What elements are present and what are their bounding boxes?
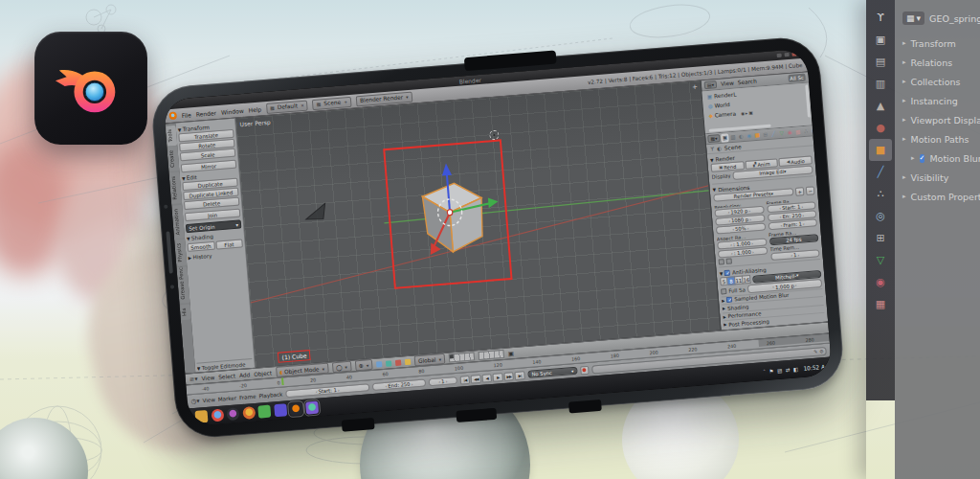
shading-dropdown[interactable]: ◯ (332, 361, 352, 374)
properties-tab-icon[interactable]: ◉ (786, 127, 793, 137)
timeline-menu-item[interactable]: Frame (239, 394, 256, 400)
editor-type-icon[interactable]: ▤▾ (704, 80, 718, 89)
playback-button[interactable]: ▶| (515, 371, 525, 380)
properties-tab-icon[interactable]: ⊞ (869, 227, 892, 249)
outliner-view-menu[interactable]: View (721, 80, 734, 87)
current-frame-playhead[interactable] (281, 376, 284, 385)
section-checkbox[interactable] (726, 297, 732, 303)
panel-section-row[interactable]: ▸ ✓ Relations (902, 53, 980, 72)
current-frame-field[interactable]: 1 (429, 376, 458, 387)
edit-icon[interactable]: ✎ (813, 349, 818, 354)
aa-sample-button[interactable]: 16 (743, 275, 751, 285)
playback-button[interactable]: ◀◀ (471, 374, 481, 383)
shelf-tab[interactable]: Create (167, 147, 179, 172)
properties-tab-icon[interactable]: ▥ (869, 73, 892, 95)
playback-button[interactable]: ◀ (481, 373, 492, 382)
layers-grid-right[interactable] (478, 350, 504, 360)
taskbar-app-icon[interactable] (305, 401, 319, 415)
properties-tab-icon[interactable]: ▦ (869, 293, 892, 315)
shelf-tab[interactable]: Physics (175, 240, 187, 267)
smooth-button[interactable]: Smooth (187, 241, 214, 252)
taskbar-app-icon[interactable] (226, 407, 239, 421)
screen-layout-selector[interactable]: Default (266, 100, 308, 113)
record-button[interactable] (580, 365, 590, 375)
editor-type-icon[interactable]: ◷▾ (190, 398, 200, 406)
default-cube[interactable] (386, 143, 509, 285)
properties-tab-icon[interactable]: ■ (753, 130, 761, 140)
tray-icon[interactable]: ◧ (793, 366, 799, 372)
properties-tab-icon[interactable]: ▤ (869, 51, 892, 73)
set-origin-dropdown[interactable]: Set Origin▾ (186, 219, 242, 233)
section-checkbox[interactable]: ✓ (920, 154, 925, 163)
panel-section-row[interactable]: ▸ ✓ Instancing (902, 91, 980, 110)
outliner-item-toggles[interactable]: ◉▸▣ (741, 110, 754, 116)
properties-tab-icon[interactable]: ╱ (869, 161, 892, 183)
playback-button[interactable]: |◀ (459, 375, 470, 384)
info-menu-item[interactable]: Render (195, 109, 216, 118)
manipulator-icon[interactable] (376, 361, 382, 367)
panel-section-row[interactable]: ▸ ✓ Viewport Display (902, 110, 980, 129)
properties-tab-icon[interactable]: ▣ (721, 133, 728, 143)
lock-icon[interactable]: ▣ (507, 350, 514, 357)
info-menu-item[interactable]: File (181, 111, 191, 119)
shelf-tab[interactable]: His (181, 304, 191, 320)
scene-selector[interactable]: Scene (312, 96, 351, 109)
manipulator-icon[interactable] (386, 360, 391, 366)
blender-menu-icon[interactable] (168, 111, 177, 120)
viewport-menu-item[interactable]: Add (239, 372, 251, 378)
taskbar-app-icon[interactable] (211, 409, 224, 422)
pivot-dropdown[interactable]: ⊕ (354, 359, 372, 371)
taskbar-app-icon[interactable] (257, 405, 271, 419)
flat-button[interactable]: Flat (215, 239, 243, 249)
taskbar-app-icon[interactable] (242, 406, 256, 420)
properties-tab-icon[interactable]: ▽ (778, 128, 786, 138)
maximize-icon[interactable] (785, 53, 790, 57)
viewport-menu-item[interactable]: View (201, 375, 214, 381)
properties-tab-icon[interactable]: ■ (869, 139, 892, 161)
timeline-menu-item[interactable]: Playback (258, 392, 282, 399)
panel-section-row[interactable]: ▸ ✓ Collections (902, 72, 980, 91)
camera-object[interactable] (303, 201, 330, 222)
editor-type-icon[interactable]: ▦▾ (707, 134, 721, 143)
tray-icon[interactable]: ˆ (763, 368, 766, 374)
tray-icon[interactable]: ▤ (777, 367, 783, 373)
shelf-tab[interactable]: Tools (167, 125, 178, 147)
full-sample-checkbox[interactable] (721, 288, 726, 294)
viewport-menu-item[interactable]: Object (254, 370, 272, 376)
viewport-3d[interactable]: User Persp + (235, 80, 721, 367)
taskbar-app-icon[interactable] (289, 402, 302, 416)
info-menu-item[interactable]: Help (248, 105, 261, 113)
properties-tab-icon[interactable]: ▲ (869, 95, 892, 117)
playback-button[interactable]: ▶▶ (503, 372, 514, 381)
properties-tab-icon[interactable]: ╱ (769, 129, 777, 139)
manipulator-icon[interactable] (405, 358, 411, 364)
panel-section-row[interactable]: ▸ ✓ Motion Paths (902, 129, 980, 148)
border-checkbox[interactable] (719, 259, 724, 264)
properties-tab-icon[interactable]: ◐ (737, 131, 745, 141)
preset-add-button[interactable]: + (795, 187, 805, 196)
info-menu-item[interactable]: Window (221, 106, 244, 115)
blender-app-icon[interactable] (34, 32, 147, 145)
pin-icon[interactable]: ϒ (710, 146, 714, 151)
editor-type-icon[interactable]: ≡▾ (189, 375, 197, 383)
properties-tab-icon[interactable]: ϒ (869, 7, 892, 29)
panel-section-row[interactable]: ▸ ✓ Transform (902, 34, 980, 53)
layers-grid-left[interactable] (449, 352, 476, 362)
panel-section-row[interactable]: ▸ ✓ Visibility (902, 168, 980, 187)
properties-tab-icon[interactable]: ◎ (869, 205, 892, 227)
shelf-button[interactable]: Join (185, 209, 241, 222)
tray-icon[interactable]: ⚑ (768, 368, 773, 374)
properties-tab-icon[interactable]: ▦ (794, 127, 802, 137)
outliner-display-mode[interactable]: All Sc (788, 74, 806, 82)
outliner-vscrollbar[interactable] (805, 85, 811, 118)
manipulator-icon[interactable] (395, 359, 401, 365)
close-icon[interactable] (791, 52, 796, 56)
viewport-menu-item[interactable]: Select (218, 373, 235, 379)
properties-tab-icon[interactable]: ⊞ (762, 129, 769, 139)
timeline-menu-item[interactable]: Marker (218, 395, 237, 402)
taskbar-app-icon[interactable] (274, 403, 287, 417)
sync-dropdown[interactable]: No Sync▾ (527, 367, 578, 379)
timeline-menu-item[interactable]: View (202, 397, 215, 403)
crop-checkbox[interactable] (726, 259, 732, 264)
properties-tab-icon[interactable]: ◉ (869, 271, 892, 293)
